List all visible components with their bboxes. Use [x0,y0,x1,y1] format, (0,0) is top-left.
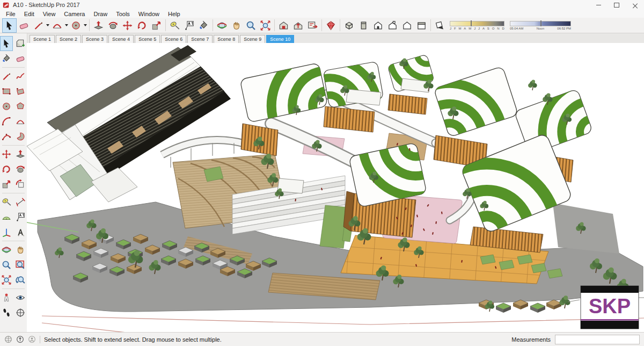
tab-scene-7[interactable]: Scene 7 [187,35,213,43]
lts-zoom-previous-button[interactable] [14,272,27,287]
circle-dropdown[interactable] [83,19,87,32]
follow-me-tool-button[interactable] [106,18,120,33]
menu-view[interactable]: View [39,11,60,17]
model-canvas[interactable]: SKP [27,43,644,332]
model-viewport[interactable]: SKP [27,43,644,332]
paint-bucket-tool-button[interactable] [196,18,211,33]
menu-edit[interactable]: Edit [20,11,39,17]
lts-arc-button[interactable] [0,114,13,129]
tape-measure-tool-button[interactable] [167,18,182,33]
lts-rectangle-button[interactable] [0,84,13,99]
lts-push-pull-button[interactable] [14,147,27,162]
text-tool-button[interactable] [182,18,196,33]
lts-3d-text-button[interactable] [14,225,27,240]
shadow-time-slider[interactable]: 05:04 AM Noon 06:52 PM [510,21,571,30]
minimize-button[interactable] [589,0,608,10]
lts-orbit-button[interactable] [0,242,13,257]
menu-tools[interactable]: Tools [112,11,134,17]
lts-rotated-rectangle-button[interactable] [14,84,27,99]
view-iso-button[interactable] [342,18,356,33]
share-model-button[interactable] [291,18,305,33]
time-slider-track[interactable] [510,21,571,26]
lts-scale-button[interactable] [0,177,13,192]
view-front-button[interactable] [371,18,385,33]
lts-circle-button[interactable] [0,99,13,114]
lts-offset-button[interactable] [14,177,27,192]
arc-dropdown[interactable] [64,19,69,32]
tab-scene-2[interactable]: Scene 2 [56,35,81,43]
menu-file[interactable]: File [2,11,20,17]
toggle-shadows-button[interactable] [433,18,447,33]
lts-three-point-arc-button[interactable] [0,129,13,144]
lts-axes-button[interactable] [0,225,13,240]
maximize-button[interactable] [608,0,626,10]
line-dropdown[interactable] [46,19,50,32]
orbit-tool-button[interactable] [215,18,229,33]
sign-in-icon[interactable] [28,335,36,343]
claim-credit-icon[interactable] [16,335,24,343]
lts-rotate-button[interactable] [0,162,13,177]
lts-zoom-window-button[interactable] [14,257,27,272]
select-tool-button[interactable] [2,18,17,33]
lts-look-around-button[interactable] [14,290,27,305]
lts-dimension-button[interactable] [14,194,27,210]
move-tool-button[interactable] [120,18,135,33]
get-models-button[interactable] [276,18,291,33]
lts-paint-bucket-button[interactable] [0,51,13,66]
line-tool-button[interactable] [31,18,46,33]
close-button[interactable] [626,0,644,10]
view-left-button[interactable] [414,18,429,33]
lts-select-button[interactable] [0,36,13,51]
send-to-layout-button[interactable] [305,18,320,33]
lts-follow-me-button[interactable] [14,162,27,177]
shadow-month-slider[interactable]: JFMAMJJASOND [450,21,504,30]
lts-move-button[interactable] [0,147,13,162]
tab-scene-1[interactable]: Scene 1 [30,35,55,43]
measurements-input[interactable] [555,335,640,344]
month-slider-track[interactable] [450,21,504,26]
lts-position-camera-button[interactable] [0,290,13,305]
month-slider-handle[interactable] [471,20,472,26]
tab-scene-6[interactable]: Scene 6 [161,35,186,43]
circle-tool-button[interactable] [69,18,83,33]
lts-pie-button[interactable] [14,129,27,144]
lts-freehand-button[interactable] [14,69,27,84]
menu-draw[interactable]: Draw [89,11,112,17]
lts-protractor-button[interactable] [0,210,13,225]
arc-tool-button[interactable] [50,18,64,33]
tab-scene-9[interactable]: Scene 9 [240,35,265,43]
time-slider-handle[interactable] [540,20,541,26]
tab-scene-3[interactable]: Scene 3 [82,35,107,43]
scale-tool-button[interactable] [149,18,164,33]
lts-section-plane-button[interactable] [14,305,27,320]
lts-eraser-button[interactable] [14,51,27,66]
menu-window[interactable]: Window [134,11,164,17]
tab-scene-8[interactable]: Scene 8 [214,35,239,43]
lts-text-button[interactable] [14,210,27,225]
tab-scene-10[interactable]: Scene 10 [266,35,294,43]
lts-polygon-button[interactable] [14,99,27,114]
eraser-tool-button[interactable] [17,18,31,33]
geolocation-icon[interactable] [4,335,12,343]
lts-make-component-button[interactable] [14,36,27,51]
menu-camera[interactable]: Camera [60,11,89,17]
lts-line-button[interactable] [0,69,13,84]
push-pull-tool-button[interactable] [91,18,106,33]
tab-scene-4[interactable]: Scene 4 [108,35,134,43]
rotate-tool-button[interactable] [135,18,149,33]
lts-zoom-button[interactable] [0,257,13,272]
lts-two-point-arc-button[interactable] [14,114,27,129]
view-back-button[interactable] [400,18,414,33]
zoom-extents-button[interactable] [258,18,273,33]
lts-tape-measure-button[interactable] [0,194,13,210]
zoom-tool-button[interactable] [244,18,258,33]
view-right-button[interactable] [385,18,400,33]
tab-scene-5[interactable]: Scene 5 [135,35,160,43]
lts-zoom-extents-button[interactable] [0,272,13,287]
menu-help[interactable]: Help [164,11,185,17]
extension-warehouse-button[interactable] [324,18,338,33]
pan-tool-button[interactable] [229,18,244,33]
lts-pan-button[interactable] [14,242,27,257]
view-top-button[interactable] [356,18,371,33]
lts-walk-button[interactable] [0,305,13,320]
